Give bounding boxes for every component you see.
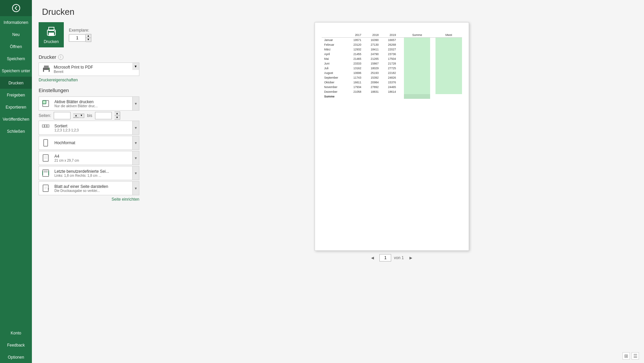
month-cell: August bbox=[322, 71, 347, 75]
prev-page-button[interactable]: ◄ bbox=[368, 254, 377, 261]
a4-text: A4 21 cm x 29,7 cm bbox=[52, 153, 132, 164]
month-cell: Januar bbox=[322, 38, 347, 43]
sheet-view-icon[interactable]: ☰ bbox=[632, 352, 639, 360]
sidebar-item-schliessen[interactable]: Schließen bbox=[0, 125, 32, 137]
table-row: Oktober 16611 20984 15376 bbox=[322, 80, 462, 85]
mwst-cell bbox=[435, 42, 462, 47]
sidebar-item-freigeben[interactable]: Freigeben bbox=[0, 89, 32, 101]
pages-to-label: bis bbox=[87, 113, 92, 118]
drucker-select[interactable]: Microsoft Print to PDF Bereit ▼ bbox=[39, 63, 139, 76]
summe-cell bbox=[404, 47, 430, 52]
month-cell: Februar bbox=[322, 42, 347, 47]
benutzerdefiniert-icon bbox=[39, 166, 52, 180]
einstellungen-title: Einstellungen bbox=[39, 87, 139, 93]
aktive-blaetter-arrow[interactable]: ▼ bbox=[132, 97, 139, 110]
sidebar-item-exportieren[interactable]: Exportieren bbox=[0, 101, 32, 113]
month-cell: März bbox=[322, 47, 347, 52]
y2018-cell: 27130 bbox=[364, 42, 381, 47]
seite-einrichten-link[interactable]: Seite einrichten bbox=[39, 197, 139, 202]
sidebar-item-oeffnen[interactable]: Öffnen bbox=[0, 40, 32, 52]
y2017-cell: 23120 bbox=[347, 42, 364, 47]
table-row: Februar 23120 27130 26268 bbox=[322, 42, 462, 47]
y2017-cell: 21465 bbox=[347, 56, 364, 61]
y2018-cell: 18831 bbox=[364, 89, 381, 94]
mwst-cell bbox=[435, 66, 462, 71]
pages-to-down[interactable]: ▼ bbox=[114, 116, 120, 119]
mwst-cell bbox=[435, 61, 462, 66]
back-button[interactable] bbox=[0, 0, 32, 16]
blatt-seite-arrow[interactable]: ▼ bbox=[132, 182, 139, 195]
svg-rect-17 bbox=[44, 139, 48, 146]
drucker-dropdown-button[interactable]: ▼ bbox=[132, 63, 139, 70]
sidebar-item-optionen[interactable]: Optionen bbox=[0, 351, 32, 363]
exemplare-section: Exemplare: ▲ ▼ bbox=[69, 28, 91, 42]
y2017-cell: 23333 bbox=[347, 61, 364, 66]
benutzerdefiniert-arrow[interactable]: ▼ bbox=[132, 166, 139, 180]
month-cell: November bbox=[322, 85, 347, 89]
mwst-cell bbox=[435, 52, 462, 56]
grid-view-icon[interactable]: ⊞ bbox=[623, 352, 630, 360]
y2017-cell: 10696 bbox=[347, 71, 364, 75]
exemplare-up-button[interactable]: ▲ bbox=[86, 34, 91, 38]
month-cell: September bbox=[322, 75, 347, 80]
y2017-cell: 21455 bbox=[347, 52, 364, 56]
y2017-cell: 13162 bbox=[347, 66, 364, 71]
info-icon[interactable]: i bbox=[58, 54, 63, 60]
pages-label: Seiten: bbox=[39, 113, 51, 118]
pages-from-down[interactable]: ▼ bbox=[79, 114, 84, 118]
sidebar-item-speichern[interactable]: Speichern bbox=[0, 52, 32, 65]
svg-rect-7 bbox=[44, 66, 49, 68]
month-cell: Juni bbox=[322, 61, 347, 66]
print-button[interactable]: Drucken bbox=[39, 22, 64, 47]
sidebar-item-speichern-unter[interactable]: Speichern unter bbox=[0, 65, 32, 77]
table-row: Juni 23333 15867 21728 bbox=[322, 61, 462, 66]
pages-section: Seiten: ▲ ▼ bis ▲ ▼ bbox=[39, 112, 139, 120]
y2019-cell: 21728 bbox=[381, 61, 399, 66]
pages-to-input[interactable] bbox=[95, 112, 112, 119]
hochformat-text: Hochformat bbox=[52, 139, 132, 147]
print-area: Drucken Exemplare: ▲ ▼ Drucker i bbox=[32, 22, 644, 363]
a4-arrow[interactable]: ▼ bbox=[132, 151, 139, 165]
y2019-cell: 24465 bbox=[381, 85, 399, 89]
summe-label: Summe bbox=[322, 94, 347, 99]
y2019-cell: 22182 bbox=[381, 71, 399, 75]
next-page-button[interactable]: ► bbox=[407, 254, 415, 261]
y2018-cell: 20984 bbox=[364, 80, 381, 85]
sidebar-item-neu[interactable]: Neu bbox=[0, 28, 32, 40]
svg-rect-27 bbox=[43, 185, 48, 192]
settings-benutzerdefiniert[interactable]: Letzte benutzerdefinierte Sei... Links: … bbox=[39, 166, 139, 180]
y2017-cell: 17934 bbox=[347, 85, 364, 89]
y2018-cell: 27892 bbox=[364, 85, 381, 89]
summe-cell bbox=[404, 85, 430, 89]
settings-hochformat[interactable]: Hochformat ▼ bbox=[39, 136, 139, 150]
page-number-input[interactable] bbox=[379, 254, 391, 261]
svg-point-8 bbox=[48, 69, 49, 70]
sidebar-item-veroeffentlichen[interactable]: Veröffentlichen bbox=[0, 113, 32, 125]
settings-sortiert[interactable]: 1 2 3 Sortiert 1;2;3 1;2;3 1;2;3 ▼ bbox=[39, 121, 139, 135]
a4-icon bbox=[39, 151, 52, 165]
sidebar-item-drucken[interactable]: Drucken bbox=[0, 77, 32, 89]
settings-aktive-blaetter[interactable]: Aktive Blätter drucken Nur die aktiven B… bbox=[39, 96, 139, 111]
druckereigenschaften-link[interactable]: Druckereigenschaften bbox=[39, 78, 139, 82]
pages-from-input[interactable] bbox=[54, 112, 71, 119]
sidebar-item-informationen[interactable]: Informationen bbox=[0, 16, 32, 28]
blatt-seite-icon bbox=[39, 182, 52, 195]
y2019-cell: 18614 bbox=[381, 89, 399, 94]
y2018-cell: 18411 bbox=[364, 47, 381, 52]
exemplare-label: Exemplare: bbox=[69, 28, 91, 33]
pages-to-up[interactable]: ▲ bbox=[114, 112, 120, 116]
exemplare-down-button[interactable]: ▼ bbox=[86, 38, 91, 42]
table-row: März 12932 18411 22027 bbox=[322, 47, 462, 52]
pages-from-up[interactable]: ▲ bbox=[73, 114, 79, 118]
exemplare-input[interactable] bbox=[69, 34, 86, 42]
settings-a4[interactable]: A4 21 cm x 29,7 cm ▼ bbox=[39, 151, 139, 165]
sortiert-arrow[interactable]: ▼ bbox=[132, 121, 139, 134]
hochformat-arrow[interactable]: ▼ bbox=[132, 136, 139, 150]
settings-blatt-seite[interactable]: Blatt auf einer Seite darstellen Die Dru… bbox=[39, 181, 139, 195]
sidebar-item-feedback[interactable]: Feedback bbox=[0, 339, 32, 351]
svg-point-4 bbox=[54, 31, 55, 32]
summe-cell bbox=[404, 66, 430, 71]
sidebar-item-konto[interactable]: Konto bbox=[0, 327, 32, 339]
summe-cell bbox=[404, 89, 430, 94]
svg-rect-18 bbox=[43, 155, 48, 161]
